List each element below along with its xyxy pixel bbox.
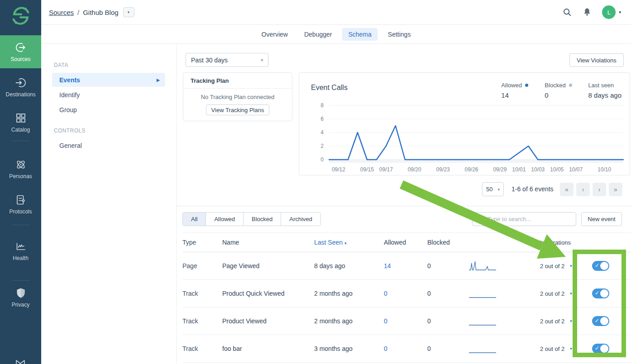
search-input[interactable] xyxy=(487,215,572,223)
chevron-down-icon: ▾ xyxy=(570,264,572,268)
volume-sparkline xyxy=(468,287,497,299)
sources-icon xyxy=(15,42,27,53)
check-icon: ✓ xyxy=(595,317,599,324)
stat-blocked: Blocked 0 xyxy=(545,82,572,99)
pagination: 50 ▾ 1-6 of 6 events « ‹ › » xyxy=(177,182,631,196)
sidebar-item-privacy[interactable]: Privacy xyxy=(0,283,41,312)
col-last-seen-sort[interactable]: Last Seen▾ xyxy=(314,239,384,246)
tab-debugger[interactable]: Debugger xyxy=(298,28,338,41)
pagination-summary: 1-6 of 6 events xyxy=(511,185,554,193)
search-icon xyxy=(477,216,483,222)
integrations-count: 2 out of 2 xyxy=(540,290,564,297)
page-size-select[interactable]: 50 ▾ xyxy=(482,182,504,196)
event-calls-card: Event Calls Allowed 14 Blocked 0 Last se… xyxy=(299,72,630,175)
event-type: Track xyxy=(182,317,222,325)
notifications-bell-icon[interactable] xyxy=(582,7,592,17)
top-bar: Sources / Github Blog ▾ L ▾ xyxy=(41,0,631,25)
integrations-dropdown[interactable]: 2 out of 2 ▾ xyxy=(540,318,592,325)
tracking-plan-title: Tracking Plan xyxy=(183,73,292,89)
filter-archived[interactable]: Archived xyxy=(281,213,320,226)
schema-sidebar: DATA Events ▶ Identify Group CONTROLS Ge… xyxy=(41,44,177,364)
time-range-select[interactable]: Past 30 days ▾ xyxy=(186,53,268,67)
view-tracking-plans-button[interactable]: View Tracking Plans xyxy=(206,104,270,115)
sidebar-item-label: Sources xyxy=(10,56,30,62)
page-size-value: 50 xyxy=(486,186,492,193)
allowed-count-link[interactable]: 14 xyxy=(384,262,391,269)
search-icon[interactable] xyxy=(562,7,572,17)
view-violations-button[interactable]: View Violations xyxy=(569,53,624,67)
more-nav-icon[interactable] xyxy=(14,359,26,364)
event-name: Page Viewed xyxy=(222,262,314,269)
segment-logo[interactable] xyxy=(0,5,41,26)
sidebar-item-sources[interactable]: Sources xyxy=(0,35,41,68)
sidenav-item-events[interactable]: Events ▶ xyxy=(52,73,165,87)
filter-blocked[interactable]: Blocked xyxy=(244,213,281,226)
sidebar-item-personas[interactable]: Personas xyxy=(0,155,41,184)
svg-text:10/10: 10/10 xyxy=(598,166,611,173)
tab-overview[interactable]: Overview xyxy=(256,28,294,41)
integrations-count: 2 out of 2 xyxy=(540,263,564,269)
event-last-seen: 3 months ago xyxy=(314,345,384,352)
sidenav-item-identify[interactable]: Identify xyxy=(52,88,165,102)
allowed-count-link[interactable]: 0 xyxy=(384,345,387,352)
event-enabled-toggle[interactable]: ✓ xyxy=(592,344,609,354)
svg-text:8: 8 xyxy=(320,102,324,109)
event-calls-title: Event Calls xyxy=(311,84,348,92)
integrations-dropdown[interactable]: 2 out of 2 ▾ xyxy=(540,290,592,297)
col-type: Type xyxy=(182,239,222,246)
chevron-down-icon: ▾ xyxy=(261,58,263,62)
sidebar-item-protocols[interactable]: Protocols xyxy=(0,190,41,219)
event-last-seen: 2 months ago xyxy=(314,290,384,297)
volume-sparkline xyxy=(468,315,497,326)
svg-text:2: 2 xyxy=(320,143,324,149)
sidenav-item-group[interactable]: Group xyxy=(52,103,165,117)
event-search xyxy=(472,212,576,226)
prev-page-button[interactable]: ‹ xyxy=(576,183,590,196)
sidenav-item-label: Group xyxy=(59,106,77,113)
tracking-plan-card: Tracking Plan No Tracking Plan connected… xyxy=(183,72,292,121)
sidebar-item-destinations[interactable]: Destinations xyxy=(0,73,41,102)
sidebar-divider xyxy=(12,280,30,281)
sidebar-divider xyxy=(12,225,30,225)
col-allowed: Allowed xyxy=(384,239,427,246)
event-type: Track xyxy=(182,290,222,297)
svg-text:10/07: 10/07 xyxy=(569,166,583,173)
blocked-count: 0 xyxy=(427,345,468,352)
tab-schema[interactable]: Schema xyxy=(342,28,377,41)
sidebar-item-catalog[interactable]: Catalog xyxy=(0,108,41,137)
event-calls-stats: Allowed 14 Blocked 0 Last seen 8 days ag… xyxy=(501,82,621,99)
event-enabled-toggle[interactable]: ✓ xyxy=(592,316,609,326)
tab-settings[interactable]: Settings xyxy=(382,28,417,41)
breadcrumb-sources-link[interactable]: Sources xyxy=(49,9,74,16)
table-row: Track Product Viewed 2 months ago 0 0 2 … xyxy=(182,307,631,335)
integrations-dropdown[interactable]: 2 out of 2 ▾ xyxy=(540,263,592,269)
event-enabled-toggle[interactable]: ✓ xyxy=(592,261,609,271)
next-page-button[interactable]: › xyxy=(593,183,606,196)
event-name: Product Quick Viewed xyxy=(222,290,314,297)
sidenav-item-general[interactable]: General xyxy=(52,138,165,152)
time-range-value: Past 30 days xyxy=(191,57,228,64)
chevron-down-icon: ▾ xyxy=(570,319,572,323)
user-menu[interactable]: L ▾ xyxy=(602,5,621,19)
new-event-button[interactable]: New event xyxy=(581,212,622,226)
sidebar-item-health[interactable]: Health xyxy=(0,236,41,265)
first-page-button[interactable]: « xyxy=(560,183,574,196)
primary-sidebar: Sources Destinations Catalog xyxy=(0,0,41,364)
filter-allowed[interactable]: Allowed xyxy=(206,213,244,226)
integrations-dropdown[interactable]: 2 out of 2 ▾ xyxy=(540,345,592,352)
stat-label: Blocked xyxy=(545,82,565,89)
breadcrumb-current: Github Blog xyxy=(83,9,118,16)
event-enabled-toggle[interactable]: ✓ xyxy=(592,288,609,298)
segment-logo-icon xyxy=(10,5,31,26)
check-icon: ✓ xyxy=(595,345,599,351)
svg-text:6: 6 xyxy=(320,116,324,122)
svg-text:09/15: 09/15 xyxy=(360,166,374,173)
health-icon xyxy=(15,241,27,252)
svg-text:09/20: 09/20 xyxy=(408,166,421,173)
filter-all[interactable]: All xyxy=(183,213,206,226)
check-icon: ✓ xyxy=(595,262,599,269)
source-switcher-button[interactable]: ▾ xyxy=(123,7,134,17)
allowed-count-link[interactable]: 0 xyxy=(384,317,387,325)
allowed-count-link[interactable]: 0 xyxy=(384,290,387,297)
last-page-button[interactable]: » xyxy=(609,183,622,196)
